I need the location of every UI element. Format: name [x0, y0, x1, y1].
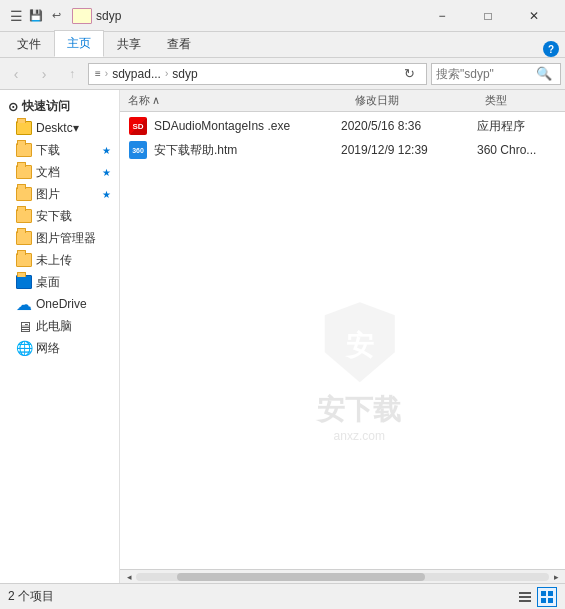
- scroll-right-button[interactable]: ▸: [549, 570, 563, 584]
- svg-rect-7: [548, 598, 553, 603]
- address-path[interactable]: ≡ › sdypad... › sdyp ↻: [88, 63, 427, 85]
- col-header-date[interactable]: 修改日期: [351, 93, 481, 108]
- save-icon[interactable]: 💾: [28, 8, 44, 24]
- file-list: 安 安下载 anxz.com SD SDAudioMontageIns .exe…: [120, 112, 565, 569]
- back-button[interactable]: ‹: [4, 62, 28, 86]
- scroll-track[interactable]: [136, 573, 549, 581]
- minimize-button[interactable]: −: [419, 0, 465, 32]
- svg-rect-6: [541, 598, 546, 603]
- address-bar: ‹ › ↑ ≡ › sdypad... › sdyp ↻ 🔍: [0, 58, 565, 90]
- svg-text:安: 安: [343, 329, 373, 361]
- sidebar-item-notupload[interactable]: 未上传: [0, 249, 119, 271]
- main-layout: ⊙ 快速访问 Desktc▾ 下载 ★ 文档 ★: [0, 90, 565, 583]
- folder-icon-title: [72, 8, 92, 24]
- watermark-shield: 安: [319, 297, 399, 387]
- window-title: sdyp: [96, 9, 419, 23]
- desktop-folder-icon: [16, 120, 32, 136]
- sidebar-item-documents[interactable]: 文档 ★: [0, 161, 119, 183]
- sidebar-item-onedrive[interactable]: ☁ OneDrive: [0, 293, 119, 315]
- sidebar-item-downloads[interactable]: 下载 ★: [0, 139, 119, 161]
- documents-folder-icon: [16, 164, 32, 180]
- tab-file[interactable]: 文件: [4, 31, 54, 57]
- detail-view-button[interactable]: [537, 587, 557, 607]
- svg-rect-4: [541, 591, 546, 596]
- svg-rect-2: [519, 596, 531, 598]
- file-date-1: 2020/5/16 8:36: [341, 119, 471, 133]
- title-bar-icons: ☰ 💾 ↩: [8, 8, 64, 24]
- scroll-thumb[interactable]: [177, 573, 425, 581]
- search-icon[interactable]: 🔍: [536, 66, 552, 81]
- network-icon: 🌐: [16, 340, 32, 356]
- table-row[interactable]: 360 安下载帮助.htm 2019/12/9 12:39 360 Chro..…: [120, 138, 565, 162]
- anxia-folder-icon: [16, 208, 32, 224]
- tab-home[interactable]: 主页: [54, 30, 104, 57]
- file-date-2: 2019/12/9 12:39: [341, 143, 471, 157]
- maximize-button[interactable]: □: [465, 0, 511, 32]
- downloads-star-badge: ★: [102, 145, 111, 156]
- file-name-2: 安下载帮助.htm: [154, 142, 335, 159]
- htm-file-icon: 360: [128, 140, 148, 160]
- computer-icon: 🖥: [16, 318, 32, 334]
- notupload-folder-icon: [16, 252, 32, 268]
- forward-button[interactable]: ›: [32, 62, 56, 86]
- window-controls: − □ ✕: [419, 0, 557, 32]
- item-count: 2 个项目: [8, 588, 54, 605]
- sidebar-item-desktop2[interactable]: 桌面: [0, 271, 119, 293]
- svg-rect-1: [519, 592, 531, 594]
- quick-access-header[interactable]: ⊙ 快速访问: [0, 94, 119, 117]
- watermark: 安 安下载 anxz.com: [317, 297, 401, 443]
- imgmanager-folder-icon: [16, 230, 32, 246]
- svg-rect-3: [519, 600, 531, 602]
- sidebar-item-desktop[interactable]: Desktc▾: [0, 117, 119, 139]
- downloads-folder-icon: [16, 142, 32, 158]
- view-toggle-buttons: [515, 587, 557, 607]
- col-header-name[interactable]: 名称 ∧: [124, 93, 351, 108]
- search-input[interactable]: [436, 67, 536, 81]
- exe-file-icon: SD: [128, 116, 148, 136]
- content-area: 名称 ∧ 修改日期 类型 安 安下载 anxz.com: [120, 90, 565, 583]
- ribbon-tabs: 文件 主页 共享 查看 ?: [0, 32, 565, 58]
- path-parent[interactable]: sdypad...: [112, 67, 161, 81]
- path-root: ≡: [95, 68, 101, 79]
- documents-star-badge: ★: [102, 167, 111, 178]
- quick-access-expand-icon: ⊙: [8, 100, 18, 114]
- tab-share[interactable]: 共享: [104, 31, 154, 57]
- desktop2-folder-icon: [16, 274, 32, 290]
- sidebar: ⊙ 快速访问 Desktc▾ 下载 ★ 文档 ★: [0, 90, 120, 583]
- sidebar-item-network[interactable]: 🌐 网络: [0, 337, 119, 359]
- column-headers: 名称 ∧ 修改日期 类型: [120, 90, 565, 112]
- title-bar: ☰ 💾 ↩ sdyp − □ ✕: [0, 0, 565, 32]
- tab-view[interactable]: 查看: [154, 31, 204, 57]
- pictures-star-badge: ★: [102, 189, 111, 200]
- watermark-text-en: anxz.com: [334, 429, 385, 443]
- list-view-button[interactable]: [515, 587, 535, 607]
- scroll-left-button[interactable]: ◂: [122, 570, 136, 584]
- status-bar: 2 个项目: [0, 583, 565, 609]
- sidebar-item-anxia[interactable]: 安下载: [0, 205, 119, 227]
- help-button[interactable]: ?: [543, 41, 559, 57]
- search-box: 🔍: [431, 63, 561, 85]
- file-name-1: SDAudioMontageIns .exe: [154, 119, 335, 133]
- onedrive-icon: ☁: [16, 296, 32, 312]
- path-current[interactable]: sdyp: [172, 67, 197, 81]
- table-row[interactable]: SD SDAudioMontageIns .exe 2020/5/16 8:36…: [120, 114, 565, 138]
- up-button[interactable]: ↑: [60, 62, 84, 86]
- col-header-type[interactable]: 类型: [481, 93, 561, 108]
- horizontal-scrollbar[interactable]: ◂ ▸: [120, 569, 565, 583]
- sidebar-item-imgmanager[interactable]: 图片管理器: [0, 227, 119, 249]
- sidebar-item-mypc[interactable]: 🖥 此电脑: [0, 315, 119, 337]
- file-type-1: 应用程序: [477, 118, 557, 135]
- watermark-text-cn: 安下载: [317, 391, 401, 429]
- undo-icon[interactable]: ↩: [48, 8, 64, 24]
- sidebar-item-pictures[interactable]: 图片 ★: [0, 183, 119, 205]
- close-button[interactable]: ✕: [511, 0, 557, 32]
- system-menu-icon[interactable]: ☰: [8, 8, 24, 24]
- refresh-button[interactable]: ↻: [398, 63, 420, 85]
- pictures-folder-icon: [16, 186, 32, 202]
- file-type-2: 360 Chro...: [477, 143, 557, 157]
- svg-rect-5: [548, 591, 553, 596]
